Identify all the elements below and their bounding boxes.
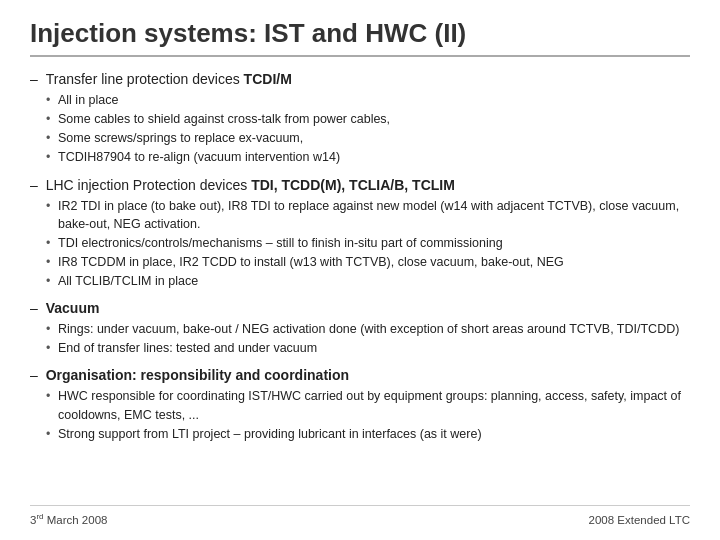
section-2-bullets: IR2 TDI in place (to bake out), IR8 TDI …: [30, 197, 690, 291]
section-4-header: – Organisation: responsibility and coord…: [30, 367, 690, 383]
footer-date: 3rd March 2008: [30, 512, 107, 526]
section-4-header-bold: Organisation: responsibility and coordin…: [46, 367, 349, 383]
section-vacuum: – Vacuum Rings: under vacuum, bake-out /…: [30, 300, 690, 357]
slide-content: – Transfer line protection devices TCDI/…: [30, 67, 690, 505]
footer: 3rd March 2008 2008 Extended LTC: [30, 505, 690, 526]
section-2-header-bold: TDI, TCDD(M), TCLIA/B, TCLIM: [251, 177, 455, 193]
footer-event: 2008 Extended LTC: [589, 514, 690, 526]
bullet-2-3: IR8 TCDDM in place, IR2 TCDD to install …: [48, 253, 690, 271]
slide: Injection systems: IST and HWC (II) – Tr…: [0, 0, 720, 540]
section-1-header: – Transfer line protection devices TCDI/…: [30, 71, 690, 87]
bullet-2-1: IR2 TDI in place (to bake out), IR8 TDI …: [48, 197, 690, 233]
bullet-1-1: All in place: [48, 91, 690, 109]
section-2-header-normal: LHC injection Protection devices: [46, 177, 251, 193]
section-3-bullets: Rings: under vacuum, bake-out / NEG acti…: [30, 320, 690, 357]
section-lhc-injection: – LHC injection Protection devices TDI, …: [30, 177, 690, 291]
section-1-dash: –: [30, 71, 42, 87]
section-3-header-bold: Vacuum: [46, 300, 100, 316]
section-2-header: – LHC injection Protection devices TDI, …: [30, 177, 690, 193]
bullet-4-2: Strong support from LTI project – provid…: [48, 425, 690, 443]
section-1-header-normal: Transfer line protection devices: [46, 71, 244, 87]
bullet-1-2: Some cables to shield against cross-talk…: [48, 110, 690, 128]
bullet-4-1: HWC responsible for coordinating IST/HWC…: [48, 387, 690, 423]
bullet-2-2: TDI electronics/controls/mechanisms – st…: [48, 234, 690, 252]
slide-title: Injection systems: IST and HWC (II): [30, 18, 690, 57]
bullet-3-1: Rings: under vacuum, bake-out / NEG acti…: [48, 320, 690, 338]
section-1-header-bold: TCDI/M: [244, 71, 292, 87]
section-3-header: – Vacuum: [30, 300, 690, 316]
section-4-dash: –: [30, 367, 42, 383]
section-2-dash: –: [30, 177, 42, 193]
bullet-3-2: End of transfer lines: tested and under …: [48, 339, 690, 357]
section-1-bullets: All in place Some cables to shield again…: [30, 91, 690, 167]
section-4-bullets: HWC responsible for coordinating IST/HWC…: [30, 387, 690, 442]
bullet-1-3: Some screws/springs to replace ex-vacuum…: [48, 129, 690, 147]
section-organisation: – Organisation: responsibility and coord…: [30, 367, 690, 442]
section-transfer-line: – Transfer line protection devices TCDI/…: [30, 71, 690, 167]
section-3-dash: –: [30, 300, 42, 316]
bullet-1-4: TCDIH87904 to re-align (vacuum intervent…: [48, 148, 690, 166]
bullet-2-4: All TCLIB/TCLIM in place: [48, 272, 690, 290]
